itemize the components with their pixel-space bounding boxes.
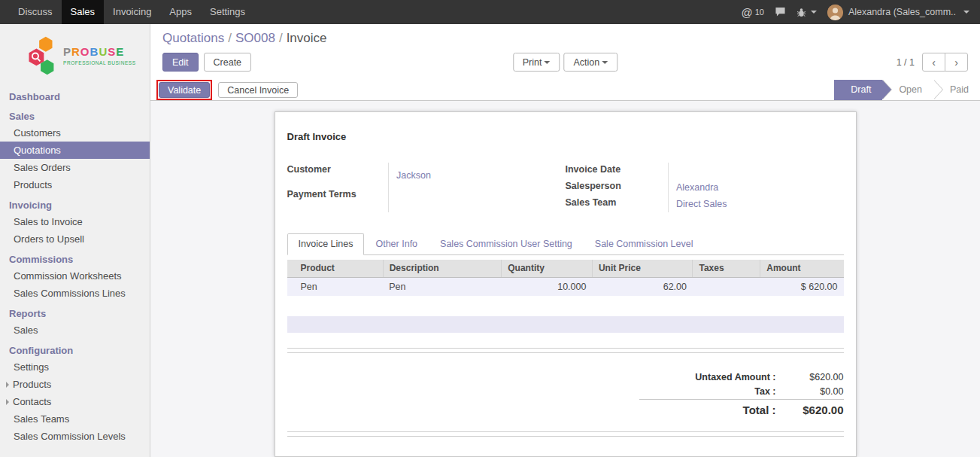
pager-count: 1 / 1 <box>897 57 915 68</box>
breadcrumb-separator: / <box>275 31 287 45</box>
field-groups: Customer Jackson Payment Terms Invoice D… <box>287 163 844 212</box>
totals-block: Untaxed Amount : $620.00 Tax : $0.00 Tot… <box>639 370 844 419</box>
status-draft[interactable]: Draft <box>834 80 882 100</box>
cell-amount: $ 620.00 <box>760 277 844 296</box>
column-amount[interactable]: Amount <box>760 260 844 277</box>
invoice-date-label: Invoice Date <box>566 163 669 179</box>
bug-icon <box>796 8 806 17</box>
activities-count: 10 <box>755 8 764 17</box>
caret-down-icon <box>602 61 608 64</box>
avatar <box>827 5 843 20</box>
total-value: $620.00 <box>785 400 844 419</box>
cancel-invoice-button[interactable]: Cancel Invoice <box>218 82 298 98</box>
sidebar-heading-invoicing: Invoicing <box>0 197 150 213</box>
top-navbar: Discuss Sales Invoicing Apps Settings @ … <box>0 0 980 24</box>
tab-sale-commission-level[interactable]: Sale Commission Level <box>584 233 705 255</box>
sidebar-item-sales-commissions-lines[interactable]: Sales Commissions Lines <box>0 285 150 302</box>
sidebar-heading-sales: Sales <box>0 108 150 124</box>
sidebar-item-customers[interactable]: Customers <box>0 124 150 142</box>
topbar-menu-settings[interactable]: Settings <box>201 0 254 24</box>
content-area: Draft Invoice Customer Jackson Payment T… <box>150 101 980 457</box>
sidebar-item-sales-to-invoice[interactable]: Sales to Invoice <box>0 213 150 230</box>
sidebar-item-sales-report[interactable]: Sales <box>0 321 150 339</box>
status-pipeline: Draft Open Paid <box>834 80 980 100</box>
cell-quantity: 10.000 <box>502 277 593 296</box>
separator-line <box>287 431 844 437</box>
control-panel: Quotations/SO008/Invoice Edit Create Pri… <box>150 24 980 80</box>
column-unit-price[interactable]: Unit Price <box>592 260 693 277</box>
topbar-menu-invoicing[interactable]: Invoicing <box>104 0 160 24</box>
topbar-menu-discuss[interactable]: Discuss <box>9 0 62 24</box>
sidebar-heading-reports: Reports <box>0 306 150 321</box>
column-product[interactable]: Product <box>287 260 384 277</box>
action-dropdown[interactable]: Action <box>563 53 617 72</box>
notebook-tabs: Invoice Lines Other Info Sales Commissio… <box>287 233 844 255</box>
sidebar-item-quotations[interactable]: Quotations <box>0 142 150 159</box>
sidebar-item-sales-orders[interactable]: Sales Orders <box>0 159 150 176</box>
activities-button[interactable]: @ 10 <box>741 6 763 19</box>
caret-down-icon <box>963 11 969 14</box>
salesperson-label: Salesperson <box>566 179 669 196</box>
sales-team-link[interactable]: Direct Sales <box>676 199 727 209</box>
chat-icon <box>775 7 786 17</box>
logo-hexagons-icon <box>27 35 59 77</box>
separator-line <box>287 348 844 353</box>
sidebar-menu: Dashboard Sales Customers Quotations Sal… <box>0 89 150 445</box>
expand-arrow-icon[interactable] <box>6 382 9 388</box>
expand-arrow-icon[interactable] <box>6 399 9 405</box>
tab-invoice-lines[interactable]: Invoice Lines <box>287 233 365 255</box>
pager-next-button[interactable]: › <box>945 53 968 72</box>
pager-previous-button[interactable]: ‹ <box>922 53 945 72</box>
breadcrumb-current: Invoice <box>287 31 327 45</box>
table-header-row: Product Description Quantity Unit Price … <box>287 260 844 277</box>
breadcrumb-separator: / <box>224 31 235 45</box>
chevron-right-icon: › <box>954 56 958 69</box>
tax-label: Tax : <box>639 385 785 400</box>
create-button[interactable]: Create <box>204 53 252 72</box>
sidebar-item-orders-to-upsell[interactable]: Orders to Upsell <box>0 230 150 248</box>
salesperson-link[interactable]: Alexandra <box>676 182 718 193</box>
tab-other-info[interactable]: Other Info <box>364 233 429 255</box>
tab-sales-commission-user-setting[interactable]: Sales Commission User Setting <box>429 233 584 255</box>
sidebar-item-commission-worksheets[interactable]: Commission Worksheets <box>0 267 150 285</box>
column-taxes[interactable]: Taxes <box>693 260 760 277</box>
tax-value: $0.00 <box>785 385 844 400</box>
customer-link[interactable]: Jackson <box>396 170 431 181</box>
total-label: Total : <box>639 400 785 419</box>
print-dropdown[interactable]: Print <box>513 53 560 72</box>
breadcrumb-quotations[interactable]: Quotations <box>162 31 224 45</box>
topbar-menu-apps[interactable]: Apps <box>160 0 201 24</box>
probuse-logo[interactable]: PROBUSE PROFESSIONAL BUSINESS <box>0 24 150 89</box>
logo-word: PROBUSE <box>63 46 136 59</box>
document-state-label: Draft Invoice <box>287 131 844 142</box>
cell-unit-price: 62.00 <box>592 277 693 296</box>
column-quantity[interactable]: Quantity <box>502 260 593 277</box>
print-label: Print <box>523 57 542 68</box>
topbar-menu-sales[interactable]: Sales <box>62 0 105 24</box>
sales-team-label: Sales Team <box>566 196 669 212</box>
statusbar: Validate Cancel Invoice Draft Open Paid <box>150 80 980 101</box>
sidebar-item-contacts[interactable]: Contacts <box>0 393 150 410</box>
customer-label: Customer <box>287 163 389 187</box>
sidebar-item-sales-commission-levels[interactable]: Sales Commission Levels <box>0 428 150 445</box>
debug-menu-button[interactable] <box>796 8 817 17</box>
column-description[interactable]: Description <box>383 260 502 277</box>
sidebar-item-products[interactable]: Products <box>0 176 150 193</box>
user-menu[interactable]: Alexandra (Sales_comm.. <box>827 5 969 20</box>
annotation-highlight-box: Validate <box>156 80 212 100</box>
sidebar-heading-dashboard: Dashboard <box>0 89 150 105</box>
sidebar-heading-commissions: Commissions <box>0 251 150 267</box>
empty-line-strip[interactable] <box>287 316 844 333</box>
cell-taxes <box>693 277 760 296</box>
validate-button[interactable]: Validate <box>159 82 210 98</box>
edit-button[interactable]: Edit <box>162 53 199 72</box>
sidebar-item-products-config[interactable]: Products <box>0 376 150 393</box>
invoice-line-row[interactable]: Pen Pen 10.000 62.00 $ 620.00 <box>287 277 844 296</box>
cell-product: Pen <box>287 277 384 296</box>
sidebar-item-sales-teams[interactable]: Sales Teams <box>0 410 150 428</box>
messages-button[interactable] <box>775 7 786 17</box>
chevron-left-icon: ‹ <box>932 56 936 69</box>
app-menus: Discuss Sales Invoicing Apps Settings <box>9 0 254 24</box>
sidebar-item-settings[interactable]: Settings <box>0 358 150 376</box>
breadcrumb-so008[interactable]: SO008 <box>235 31 275 45</box>
